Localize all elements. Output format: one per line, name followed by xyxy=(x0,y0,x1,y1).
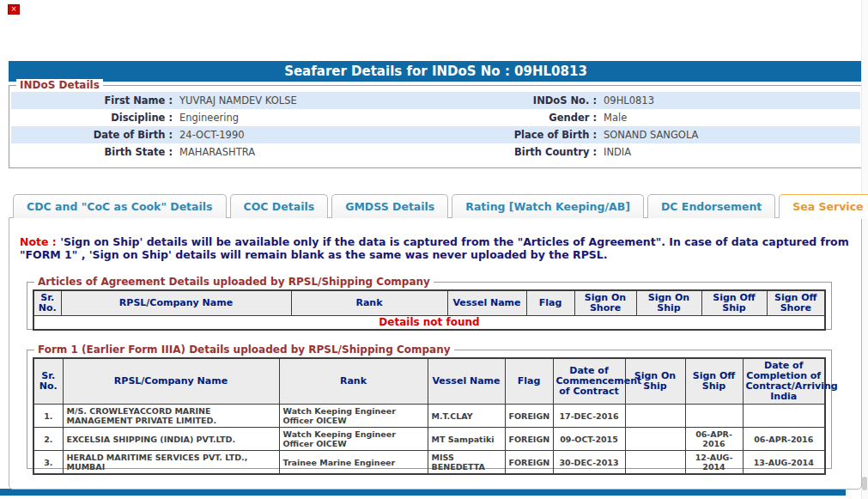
discipline-value: Engineering xyxy=(179,112,499,124)
company-cell: M/S. CROWLEYACCORD MARINE MANAGEMENT PRI… xyxy=(63,405,279,428)
form1-section: Form 1 (Earlier Form IIIA) Details uploa… xyxy=(27,350,832,469)
form1-header-row: Sr. No. RPSL/Company Name Rank Vessel Na… xyxy=(33,358,825,405)
sign-on-ship-cell xyxy=(625,451,685,475)
first-name-label: First Name : xyxy=(11,94,179,106)
tab-bar: CDC and "CoC as Cook" Details COC Detail… xyxy=(13,194,868,218)
table-row: 2. EXCELSIA SHIPPING (INDIA) PVT.LTD. Wa… xyxy=(33,428,825,451)
gender-label: Gender : xyxy=(499,112,604,124)
col-rank: Rank xyxy=(279,358,428,405)
col-date-commencement: Date of Commencement of Contract xyxy=(553,358,625,405)
dob-value: 24-OCT-1990 xyxy=(179,129,499,141)
date-completion-cell: 06-APR-2016 xyxy=(743,428,825,451)
vessel-cell: MISS BENEDETTA xyxy=(428,451,505,475)
date-completion-cell: 13-AUG-2014 xyxy=(743,451,825,475)
sign-on-ship-cell xyxy=(625,405,685,428)
date-commencement-cell: 09-OCT-2015 xyxy=(553,428,625,451)
col-sr-no: Sr. No. xyxy=(33,290,61,316)
col-flag: Flag xyxy=(505,358,553,405)
col-sign-off-ship: Sign Off Ship xyxy=(701,290,767,316)
broken-image-icon: × xyxy=(8,4,20,15)
place-of-birth-label: Place of Birth : xyxy=(499,129,604,141)
flag-cell: FOREIGN xyxy=(505,451,553,475)
date-commencement-cell: 17-DEC-2016 xyxy=(553,405,625,428)
details-not-found-message: Details not found xyxy=(33,316,825,331)
indos-rows: First Name : YUVRAJ NAMDEV KOLSE INDoS N… xyxy=(9,86,862,161)
form1-table: Sr. No. RPSL/Company Name Rank Vessel Na… xyxy=(33,357,826,475)
vessel-cell: MT Sampatiki xyxy=(428,428,505,451)
form1-legend: Form 1 (Earlier Form IIIA) Details uploa… xyxy=(34,344,454,356)
tab-dc-endorsement[interactable]: DC Endorsement xyxy=(647,194,775,218)
tab-cdc-coc-as-cook[interactable]: CDC and "CoC as Cook" Details xyxy=(13,194,227,218)
sea-service-tab-panel: Note : 'Sign on Ship' details will be av… xyxy=(9,217,862,490)
indos-row-state: Birth State : MAHARASHTRA Birth Country … xyxy=(11,143,860,161)
tab-gmdss-details[interactable]: GMDSS Details xyxy=(331,194,448,218)
place-of-birth-value: SONAND SANGOLA xyxy=(604,129,860,141)
vertical-scrollbar-track[interactable] xyxy=(861,0,868,499)
sr-no-cell: 2. xyxy=(33,428,63,451)
col-sign-off-ship: Sign Off Ship xyxy=(685,358,743,405)
company-cell: EXCELSIA SHIPPING (INDIA) PVT.LTD. xyxy=(63,428,279,451)
vessel-cell: M.T.CLAY xyxy=(428,405,505,428)
rank-cell: Watch Keeping Engineer Officer OICEW xyxy=(279,428,428,451)
note-prefix: Note : xyxy=(20,235,57,248)
col-sign-on-ship: Sign On Ship xyxy=(636,290,701,316)
table-row: 1. M/S. CROWLEYACCORD MARINE MANAGEMENT … xyxy=(33,405,825,428)
col-date-completion: Date of Completion of Contract/Arriving … xyxy=(743,358,825,405)
rank-cell: Watch Keeping Engineer Officer OICEW xyxy=(279,405,428,428)
col-vessel-name: Vessel Name xyxy=(447,290,526,316)
col-sr-no: Sr. No. xyxy=(33,358,63,405)
articles-table: Sr. No. RPSL/Company Name Rank Vessel Na… xyxy=(33,289,826,331)
flag-cell: FOREIGN xyxy=(505,428,553,451)
indos-row-birth: Date of Birth : 24-OCT-1990 Place of Bir… xyxy=(11,126,860,143)
col-flag: Flag xyxy=(526,290,574,316)
indos-details-legend: INDoS Details xyxy=(16,79,103,91)
birth-country-value: INDIA xyxy=(604,146,860,158)
company-cell: HERALD MARITIME SERVICES PVT. LTD., MUMB… xyxy=(63,451,279,475)
flag-cell: FOREIGN xyxy=(505,405,553,428)
tab-rating-watch-keeping[interactable]: Rating [Watch Keeping/AB] xyxy=(452,194,644,218)
col-sign-on-ship: Sign On Ship xyxy=(625,358,685,405)
col-rpsl-company: RPSL/Company Name xyxy=(61,290,291,316)
page-title: Seafarer Details for INDoS No : 09HL0813 xyxy=(9,61,863,82)
vertical-scrollbar-thumb[interactable] xyxy=(862,477,867,490)
tab-coc-details[interactable]: COC Details xyxy=(230,194,329,218)
col-rpsl-company: RPSL/Company Name xyxy=(63,358,279,405)
discipline-label: Discipline : xyxy=(11,112,179,124)
indos-details-section: INDoS Details First Name : YUVRAJ NAMDEV… xyxy=(9,85,863,168)
footer-bar xyxy=(0,489,846,496)
sign-off-ship-cell: 06-APR-2016 xyxy=(685,428,743,451)
gender-value: Male xyxy=(604,112,860,124)
birth-state-label: Birth State : xyxy=(11,146,179,158)
dob-label: Date of Birth : xyxy=(11,129,179,141)
articles-empty-row: Details not found xyxy=(33,316,825,331)
note-body: 'Sign on Ship' details will be available… xyxy=(20,235,849,261)
col-vessel-name: Vessel Name xyxy=(428,358,505,405)
col-sign-off-shore: Sign Off Shore xyxy=(767,290,825,316)
sr-no-cell: 3. xyxy=(33,451,63,475)
date-completion-cell xyxy=(743,405,825,428)
articles-header-row: Sr. No. RPSL/Company Name Rank Vessel Na… xyxy=(33,290,825,316)
sr-no-cell: 1. xyxy=(33,405,63,428)
table-row: 3. HERALD MARITIME SERVICES PVT. LTD., M… xyxy=(33,451,825,475)
col-sign-on-shore: Sign On Shore xyxy=(574,290,636,316)
col-rank: Rank xyxy=(291,290,447,316)
sign-on-ship-cell xyxy=(625,428,685,451)
date-commencement-cell: 30-DEC-2013 xyxy=(553,451,625,475)
birth-country-label: Birth Country : xyxy=(499,146,604,158)
rank-cell: Trainee Marine Engineer xyxy=(279,451,428,475)
articles-legend: Articles of Agreement Details uploaded b… xyxy=(34,276,434,288)
indos-row-name: First Name : YUVRAJ NAMDEV KOLSE INDoS N… xyxy=(11,92,860,109)
sign-off-ship-cell: 12-AUG-2014 xyxy=(685,451,743,475)
indos-no-label: INDoS No. : xyxy=(499,94,604,106)
indos-no-value: 09HL0813 xyxy=(604,94,860,106)
indos-row-discipline: Discipline : Engineering Gender : Male xyxy=(11,109,860,126)
birth-state-value: MAHARASHTRA xyxy=(179,146,499,158)
note-text: Note : 'Sign on Ship' details will be av… xyxy=(20,235,857,261)
articles-of-agreement-section: Articles of Agreement Details uploaded b… xyxy=(27,282,832,330)
sign-off-ship-cell xyxy=(685,405,743,428)
tab-sea-service-details[interactable]: Sea Service Details xyxy=(779,194,868,218)
first-name-value: YUVRAJ NAMDEV KOLSE xyxy=(179,94,499,106)
